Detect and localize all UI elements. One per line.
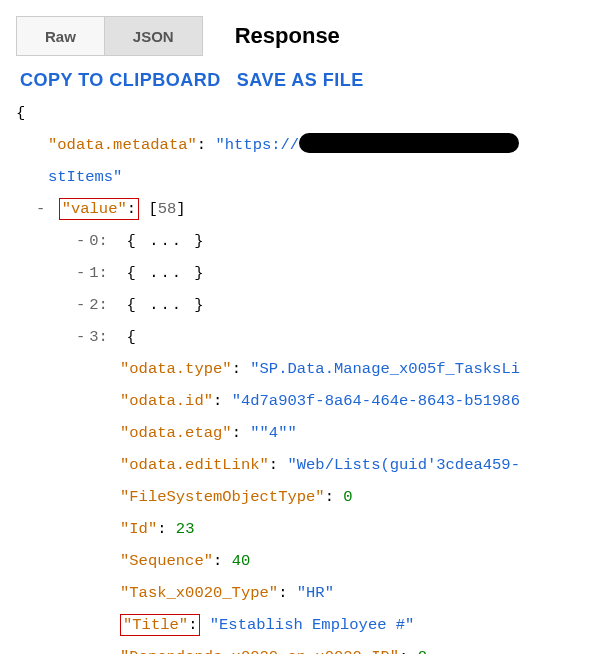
json-string-value: ""4""	[250, 424, 297, 442]
raw-tab[interactable]: Raw	[16, 16, 105, 56]
json-key: "Dependends_x0020_on_x0020_ID"	[120, 648, 399, 654]
json-property-row: "odata.type": "SP.Data.Manage_x005f_Task…	[16, 353, 586, 385]
json-key: "Id"	[120, 520, 157, 538]
json-key: "odata.etag"	[120, 424, 232, 442]
json-key: "FileSystemObjectType"	[120, 488, 325, 506]
json-property-row: "Id": 23	[16, 513, 586, 545]
json-viewer: { "odata.metadata": "https:// stItems" -…	[16, 97, 586, 654]
json-array-item-2: -2: { ... }	[16, 289, 586, 321]
json-key: "odata.type"	[120, 360, 232, 378]
collapse-toggle-icon[interactable]: -	[76, 225, 85, 257]
save-as-file-link[interactable]: SAVE AS FILE	[237, 70, 364, 91]
json-key: "value"	[62, 200, 127, 218]
json-property-row: "FileSystemObjectType": 0	[16, 481, 586, 513]
collapse-toggle-icon[interactable]: -	[76, 321, 85, 353]
json-property-row: "Dependends_x0020_on_x0020_ID": 0	[16, 641, 586, 654]
json-property-row: "Title": "Establish Employee #"	[16, 609, 586, 641]
json-number-value: 0	[343, 488, 352, 506]
array-index: 1:	[89, 264, 108, 282]
json-string-value: "HR"	[297, 584, 334, 602]
collapse-toggle-icon[interactable]: -	[76, 289, 85, 321]
json-array-item-0: -0: { ... }	[16, 225, 586, 257]
json-string-value: "Web/Lists(guid'3cdea459-	[287, 456, 520, 474]
json-property-row: "odata.id": "4d7a903f-8a64-464e-8643-b51…	[16, 385, 586, 417]
highlight-box: "Title":	[120, 614, 200, 636]
json-key: "odata.id"	[120, 392, 213, 410]
array-count: 58	[158, 200, 177, 218]
json-property-row: "Task_x0020_Type": "HR"	[16, 577, 586, 609]
json-key: "Sequence"	[120, 552, 213, 570]
copy-to-clipboard-link[interactable]: COPY TO CLIPBOARD	[20, 70, 221, 91]
action-bar: COPY TO CLIPBOARD SAVE AS FILE	[16, 62, 586, 97]
json-odata-metadata-row: "odata.metadata": "https://	[16, 129, 586, 161]
json-key: "odata.editLink"	[120, 456, 269, 474]
view-toolbar: RawJSON Response	[16, 16, 586, 56]
json-string-value: stItems"	[48, 168, 122, 186]
json-number-value: 23	[176, 520, 195, 538]
json-array-item-3: -3: {	[16, 321, 586, 353]
array-index: 2:	[89, 296, 108, 314]
collapse-toggle-icon[interactable]: -	[36, 193, 45, 225]
collapse-toggle-icon[interactable]: -	[76, 257, 85, 289]
json-key: "odata.metadata"	[48, 136, 197, 154]
json-property-row: "Sequence": 40	[16, 545, 586, 577]
json-open-brace: {	[16, 97, 586, 129]
redacted-segment	[299, 133, 519, 153]
json-number-value: 40	[232, 552, 251, 570]
json-string-value: "Establish Employee #"	[210, 616, 415, 634]
collapsed-object[interactable]: { ... }	[127, 296, 206, 314]
collapsed-object[interactable]: { ... }	[127, 232, 206, 250]
json-number-value: 0	[418, 648, 427, 654]
json-key: "Title"	[123, 616, 188, 634]
json-string-value: "https://	[215, 136, 299, 154]
json-property-row: "odata.etag": ""4""	[16, 417, 586, 449]
highlight-box: "value":	[59, 198, 139, 220]
response-heading: Response	[235, 23, 340, 49]
json-odata-metadata-row-2: stItems"	[16, 161, 586, 193]
json-string-value: "SP.Data.Manage_x005f_TasksLi	[250, 360, 520, 378]
array-index: 3:	[89, 328, 108, 346]
json-tab[interactable]: JSON	[104, 16, 203, 56]
json-value-array-header: - "value": [58]	[16, 193, 586, 225]
json-key: "Task_x0020_Type"	[120, 584, 278, 602]
json-string-value: "4d7a903f-8a64-464e-8643-b51986	[232, 392, 520, 410]
json-property-row: "odata.editLink": "Web/Lists(guid'3cdea4…	[16, 449, 586, 481]
array-index: 0:	[89, 232, 108, 250]
json-array-item-1: -1: { ... }	[16, 257, 586, 289]
collapsed-object[interactable]: { ... }	[127, 264, 206, 282]
